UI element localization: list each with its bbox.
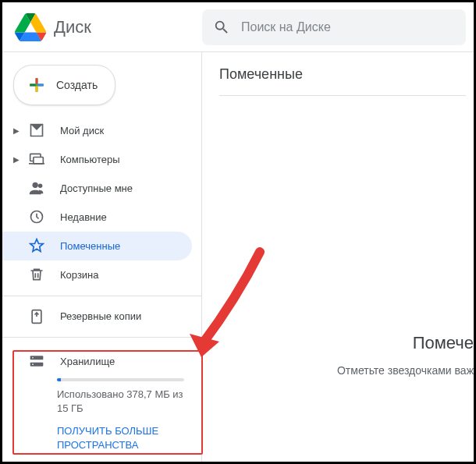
sidebar-item-trash[interactable]: Корзина — [2, 260, 192, 289]
nav-label: Мой диск — [60, 125, 104, 136]
sidebar-item-my-drive[interactable]: ▶ Мой диск — [2, 116, 192, 145]
nav-label: Корзина — [60, 269, 99, 281]
sidebar-item-backups[interactable]: Резервные копии — [2, 302, 192, 331]
svg-point-2 — [33, 182, 38, 188]
divider — [2, 296, 201, 296]
get-more-storage-link[interactable]: ПОЛУЧИТЬ БОЛЬШЕ ПРОСТРАНСТВА — [57, 424, 192, 452]
nav-label: Резервные копии — [60, 310, 141, 322]
shared-icon — [27, 179, 46, 197]
svg-point-3 — [38, 184, 43, 189]
backups-icon — [27, 307, 46, 326]
storage-header[interactable]: Хранилище — [13, 352, 192, 370]
expand-arrow-icon[interactable]: ▶ — [13, 126, 23, 135]
create-button[interactable]: Создать — [13, 65, 115, 105]
search-icon — [213, 19, 230, 36]
plus-icon — [27, 75, 47, 95]
nav-label: Помеченные — [60, 240, 120, 252]
empty-state-title: Помече — [337, 333, 474, 353]
divider — [2, 337, 201, 338]
search-bar[interactable] — [202, 9, 466, 45]
storage-section: Хранилище Использовано 378,7 МБ из 15 ГБ… — [2, 344, 201, 462]
create-label: Создать — [56, 79, 98, 91]
main-content: Помеченные Помече Отметьте звездочками в… — [202, 52, 474, 462]
star-icon — [27, 236, 46, 255]
search-input[interactable] — [241, 20, 455, 34]
empty-state-subtitle: Отметьте звездочками важ — [337, 364, 474, 377]
storage-title: Хранилище — [60, 356, 115, 367]
my-drive-icon — [27, 121, 46, 140]
nav-label: Доступные мне — [60, 182, 133, 194]
svg-point-8 — [32, 357, 34, 359]
sidebar-item-starred[interactable]: Помеченные — [2, 232, 192, 260]
recent-icon — [27, 207, 46, 226]
empty-state: Помече Отметьте звездочками важ — [337, 333, 474, 377]
storage-progress-fill — [57, 378, 61, 381]
nav-label: Компьютеры — [60, 154, 120, 165]
logo-section[interactable]: Диск — [15, 13, 202, 41]
app-name: Диск — [54, 17, 91, 37]
trash-icon — [27, 265, 46, 284]
storage-progress-bar — [57, 378, 184, 381]
sidebar-item-computers[interactable]: ▶ Компьютеры — [2, 145, 192, 174]
sidebar: Создать ▶ Мой диск ▶ Компьютеры Доступны… — [2, 52, 202, 462]
page-title: Помеченные — [219, 66, 466, 96]
sidebar-item-shared[interactable]: Доступные мне — [2, 174, 192, 203]
svg-rect-1 — [34, 158, 44, 164]
sidebar-item-recent[interactable]: Недавние — [2, 203, 192, 232]
nav-label: Недавние — [60, 211, 107, 223]
drive-logo-icon — [15, 13, 46, 41]
expand-arrow-icon[interactable]: ▶ — [13, 155, 23, 164]
svg-point-9 — [32, 364, 34, 366]
storage-icon — [27, 352, 46, 370]
computers-icon — [27, 150, 46, 168]
storage-used-text: Использовано 378,7 МБ из 15 ГБ — [57, 388, 184, 416]
